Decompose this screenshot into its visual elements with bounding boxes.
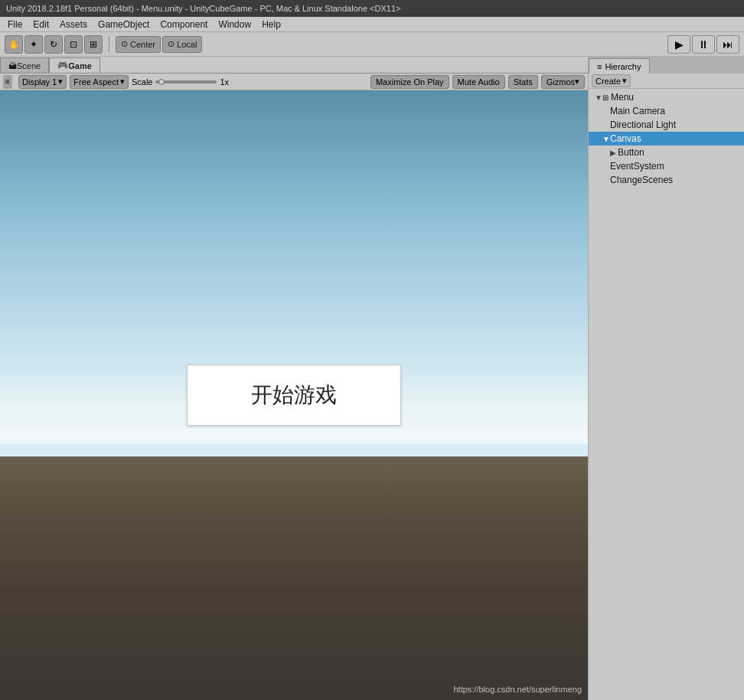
directional-light-label: Directional Light [610,119,676,130]
local-icon: ⊙ [168,39,175,49]
transform-tools: ✋ ✦ ↻ ⊡ ⊞ [5,35,103,54]
hierarchy-tab[interactable]: ≡ Hierarchy [589,58,650,74]
play-button[interactable]: ▶ [667,35,690,54]
maximize-on-play-button[interactable]: Maximize On Play [370,75,449,89]
main-layout: 🏔 Scene 🎮 Game ≡ Display 1 ▾ Free Aspect… [0,57,744,700]
gizmos-arrow: ▾ [575,77,579,87]
menu-assets[interactable]: Assets [55,18,92,31]
hierarchy-item-change-scenes[interactable]: ChangeScenes [589,173,744,187]
rotate-tool[interactable]: ↻ [44,35,63,54]
event-system-label: EventSystem [610,161,664,172]
game-tab-icon: 🎮 [57,61,68,70]
canvas-label: Canvas [610,133,641,144]
change-scenes-label: ChangeScenes [610,175,673,185]
scale-value: 1x [220,77,229,87]
menu-arrow: ▼ [595,93,602,102]
create-arrow: ▾ [622,76,627,86]
menu-file[interactable]: File [3,18,27,31]
drag-handle[interactable]: ≡ [3,75,12,89]
viewport-area: 🏔 Scene 🎮 Game ≡ Display 1 ▾ Free Aspect… [0,57,588,700]
mute-audio-button[interactable]: Mute Audio [452,75,505,89]
local-button[interactable]: ⊙ Local [162,36,202,53]
move-tool[interactable]: ✦ [24,35,43,54]
center-label: Center [130,40,155,49]
stats-button[interactable]: Stats [508,75,538,89]
step-button[interactable]: ⏭ [716,35,739,54]
hierarchy-toolbar: Create ▾ [589,74,744,89]
scale-label: Scale [132,77,153,87]
local-label: Local [177,40,197,49]
scale-tool[interactable]: ⊡ [64,35,83,54]
toolbar: ✋ ✦ ↻ ⊡ ⊞ ⊙ Center ⊙ Local ▶ ⏸ ⏭ [0,32,744,57]
game-tab[interactable]: 🎮 Game [49,57,100,73]
ground-plane [0,456,588,700]
canvas-arrow: ▼ [602,135,610,143]
hierarchy-item-canvas[interactable]: ▼ Canvas [589,132,744,146]
hierarchy-item-button[interactable]: ▶ Button [589,146,744,159]
rect-tool[interactable]: ⊞ [84,35,103,54]
play-controls: ▶ ⏸ ⏭ [667,35,739,54]
button-arrow: ▶ [610,149,618,157]
create-button[interactable]: Create ▾ [592,74,631,87]
sky-background [0,90,588,486]
pause-button[interactable]: ⏸ [692,35,715,54]
center-button[interactable]: ⊙ Center [116,36,161,53]
scene-tab-icon: 🏔 [8,61,17,70]
game-view: 开始游戏 https://blog.csdn.net/superlinmeng [0,90,588,700]
menu-help[interactable]: Help [257,18,286,31]
center-icon: ⊙ [121,39,128,49]
scene-tab[interactable]: 🏔 Scene [0,57,49,73]
hierarchy-panel: ≡ Hierarchy Create ▾ ▼ ⊞ Menu Main Camer… [588,57,744,700]
aspect-label: Free Aspect [73,77,119,87]
separator-1 [109,37,109,52]
scale-container: Scale 1x [132,77,229,87]
create-label: Create [596,77,621,86]
menu-window[interactable]: Window [214,18,256,31]
hierarchy-item-event-system[interactable]: EventSystem [589,159,744,173]
display-select[interactable]: Display 1 ▾ [18,75,67,89]
hierarchy-tab-label: Hierarchy [605,62,641,71]
display-label: Display 1 [22,77,57,87]
game-toolbar: ≡ Display 1 ▾ Free Aspect ▾ Scale 1x Max… [0,74,588,90]
aspect-select[interactable]: Free Aspect ▾ [70,75,129,89]
hierarchy-item-menu[interactable]: ▼ ⊞ Menu [589,90,744,104]
menu-label: Menu [611,92,634,103]
scene-tab-label: Scene [17,61,41,70]
menu-bar: File Edit Assets GameObject Component Wi… [0,17,744,32]
hierarchy-item-directional-light[interactable]: Directional Light [589,118,744,132]
main-camera-label: Main Camera [610,106,665,116]
game-tab-label: Game [68,61,92,70]
hierarchy-list: ▼ ⊞ Menu Main Camera Directional Light ▼… [589,89,744,700]
viewport-tabs: 🏔 Scene 🎮 Game [0,57,588,74]
gizmos-label: Gizmos [547,77,575,87]
title-text: Unity 2018.2.18f1 Personal (64bit) - Men… [6,4,400,13]
start-game-button[interactable]: 开始游戏 [187,365,401,426]
menu-edit[interactable]: Edit [28,18,54,31]
hierarchy-icon: ≡ [597,62,602,71]
aspect-arrow: ▾ [120,77,125,87]
menu-component[interactable]: Component [155,18,212,31]
title-bar: Unity 2018.2.18f1 Personal (64bit) - Men… [0,0,744,17]
hand-tool[interactable]: ✋ [5,35,23,54]
pivot-tools: ⊙ Center ⊙ Local [116,36,202,53]
menu-icon: ⊞ [602,93,609,102]
display-arrow: ▾ [58,77,63,87]
scale-thumb [158,79,165,85]
watermark: https://blog.csdn.net/superlinmeng [453,685,582,694]
button-label: Button [618,147,644,158]
hierarchy-item-main-camera[interactable]: Main Camera [589,104,744,118]
gizmos-button[interactable]: Gizmos ▾ [541,75,585,89]
start-game-label: 开始游戏 [251,383,337,407]
scale-slider[interactable] [155,80,217,83]
panel-tabs: ≡ Hierarchy [589,57,744,74]
menu-gameobject[interactable]: GameObject [93,18,154,31]
